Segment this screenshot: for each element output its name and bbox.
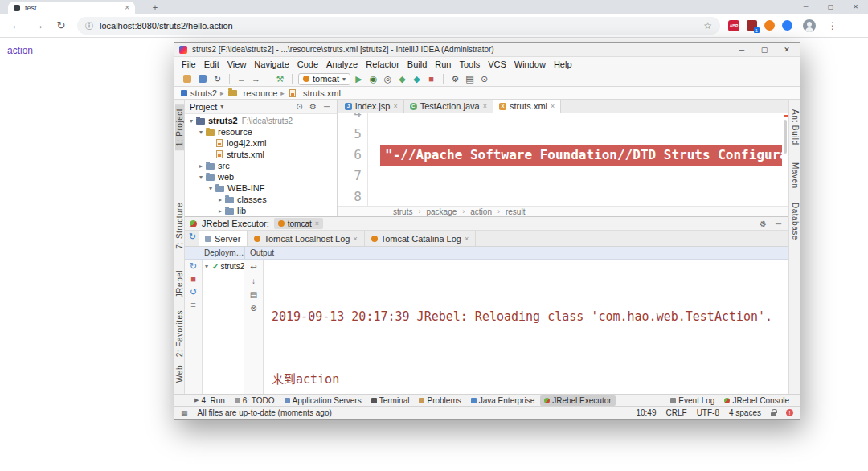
stop-server-icon[interactable]: ■ [190,275,196,284]
menu-help[interactable]: Help [550,59,576,69]
caret-position[interactable]: 10:49 [636,408,656,417]
navbar-item-resource[interactable]: resource [244,88,278,98]
editor-tab-testaction-java[interactable]: C TestAction.java × [404,100,493,113]
scroll-to-end-icon[interactable]: ↓ [252,276,256,285]
toolwindow-event-log[interactable]: Event Log [666,395,719,406]
open-icon[interactable] [183,75,191,83]
navbar-item-struts2[interactable]: struts2 [190,88,217,98]
forward-nav-icon[interactable]: → [250,73,262,85]
save-icon[interactable] [199,75,207,83]
rerun-server-icon[interactable]: ↻ [190,262,197,271]
close-icon[interactable]: × [551,102,555,110]
clear-console-icon[interactable]: ⊗ [250,304,256,313]
menu-build[interactable]: Build [403,59,431,69]
bookmark-star-icon[interactable]: ☆ [703,20,712,31]
deployment-list-icon[interactable]: ≡ [190,301,195,309]
editor-scrollbar[interactable] [782,113,788,206]
menu-file[interactable]: File [178,59,200,69]
panel-settings-gear-icon[interactable]: ⚙ [308,102,318,111]
toolwindow-application-servers[interactable]: Application Servers [280,395,366,406]
menu-window[interactable]: Window [510,59,550,69]
stop-button[interactable]: ■ [425,73,437,85]
rerun-icon[interactable]: ↻ [186,231,199,243]
readonly-lock-icon[interactable] [771,412,776,416]
tree-item-classes[interactable]: ▸ classes [185,194,337,205]
jrebel-run-button[interactable]: ◆ [396,73,408,85]
stripe-structure-button[interactable]: 7: Structure [175,203,184,249]
tab-tomcat-localhost-log[interactable]: Tomcat Localhost Log × [248,231,364,246]
console-output[interactable]: 2019-09-13 20:17:39 JRebel: Reloading cl… [264,260,788,394]
project-panel-title[interactable]: Project [190,102,217,112]
chevron-down-icon[interactable]: ▾ [207,185,215,192]
toolwindow-run[interactable]: ▶ 4: Run [190,395,229,406]
menu-analyze[interactable]: Analyze [322,59,362,69]
tab-tomcat-catalina-log[interactable]: Tomcat Catalina Log × [365,231,477,246]
line-separator-indicator[interactable]: CRLF [666,408,687,417]
stripe-favorites-button[interactable]: 2: Favorites [175,310,184,357]
toolwindow-jrebel-console[interactable]: JRebel Console [720,395,793,406]
idea-close-button[interactable]: ✕ [776,46,798,54]
build-hammer-icon[interactable]: ⚒ [274,73,286,85]
menu-tools[interactable]: Tools [455,59,484,69]
tree-item-web[interactable]: ▾ web [185,171,337,182]
chevron-right-icon[interactable]: ▸ [216,196,224,203]
browser-close-button[interactable]: ✕ [843,0,868,13]
toolwindow-jrebel-executor[interactable]: JRebel Executor [540,395,615,406]
chevron-down-icon[interactable]: ▾ [203,263,211,270]
tree-item-lib[interactable]: ▸ lib [185,205,337,216]
breadcrumb-struts[interactable]: struts [393,207,412,216]
tree-item-root[interactable]: ▾ struts2 F:\idea\struts2 [185,115,337,126]
project-structure-icon[interactable]: ▤ [464,73,476,85]
tree-item-web-inf[interactable]: ▾ WEB-INF [185,182,337,194]
chevron-right-icon[interactable]: ▸ [216,207,224,215]
error-stripe-mark[interactable] [784,115,788,117]
idea-minimize-button[interactable]: ─ [731,46,753,54]
orange-extension-icon[interactable] [764,20,775,31]
extension-icon-badge[interactable]: 1 [747,20,757,31]
toolwindow-problems[interactable]: Problems [415,395,465,406]
editor-tab-struts-xml[interactable]: X struts.xml × [493,100,561,113]
browser-maximize-button[interactable]: ▢ [818,0,843,13]
menu-run[interactable]: Run [431,59,455,69]
jrebel-content-tab-tomcat[interactable]: tomcat × [274,218,323,229]
sync-icon[interactable]: ↻ [211,73,223,85]
url-text[interactable]: localhost:8080/struts2/hello.action [100,21,703,31]
breadcrumb-package[interactable]: package [426,207,457,216]
hide-panel-icon[interactable]: ─ [321,102,332,111]
error-notification-icon[interactable]: ! [786,409,793,416]
action-link[interactable]: action [7,45,33,56]
forward-icon[interactable]: → [32,19,45,31]
chevron-down-icon[interactable]: ▾ [197,129,205,136]
idea-maximize-button[interactable]: ▢ [753,46,776,54]
stripe-project-button[interactable]: 1: Project [175,104,184,150]
print-icon[interactable]: ▤ [250,290,257,299]
chevron-down-icon[interactable]: ▾ [197,174,205,181]
browser-tab[interactable]: test × [8,2,135,14]
scrollbar-thumb[interactable] [784,120,787,154]
indent-indicator[interactable]: 4 spaces [729,408,761,417]
toolwindow-java-enterprise[interactable]: Java Enterprise [467,395,538,406]
deployment-item[interactable]: ▾ ✓ struts2:war exploded [203,262,244,271]
file-encoding-indicator[interactable]: UTF-8 [697,408,719,417]
breadcrumb-result[interactable]: result [506,207,525,216]
search-everywhere-icon[interactable]: ⊙ [478,73,490,85]
tree-item-resource[interactable]: ▾ resource [185,126,337,137]
stripe-toggle-icon[interactable]: ▦ [181,409,188,417]
site-info-icon[interactable]: ⓘ [85,19,93,31]
run-button[interactable]: ▶ [353,73,365,85]
stripe-jrebel-button[interactable]: JRebel [175,270,184,297]
stripe-maven-button[interactable]: Maven [791,162,800,189]
settings-gear-icon[interactable]: ⚙ [449,73,461,85]
close-icon[interactable]: × [353,235,357,243]
locate-icon[interactable]: ⊙ [294,102,305,111]
close-icon[interactable]: × [393,102,397,110]
tab-server[interactable]: Server [199,231,248,246]
close-icon[interactable]: × [315,219,319,227]
run-configuration-select[interactable]: tomcat ▾ [298,73,350,85]
code-editor[interactable]: 4 5 6 7 8 "-//Apache Software Foundation… [338,113,788,206]
menu-view[interactable]: View [223,59,251,69]
navbar-item-struts-xml[interactable]: struts.xml [303,88,341,98]
breadcrumb-action[interactable]: action [470,207,492,216]
chevron-down-icon[interactable]: ▾ [187,117,195,125]
tree-item-log4j2-xml[interactable]: log4j2.xml [185,137,337,149]
